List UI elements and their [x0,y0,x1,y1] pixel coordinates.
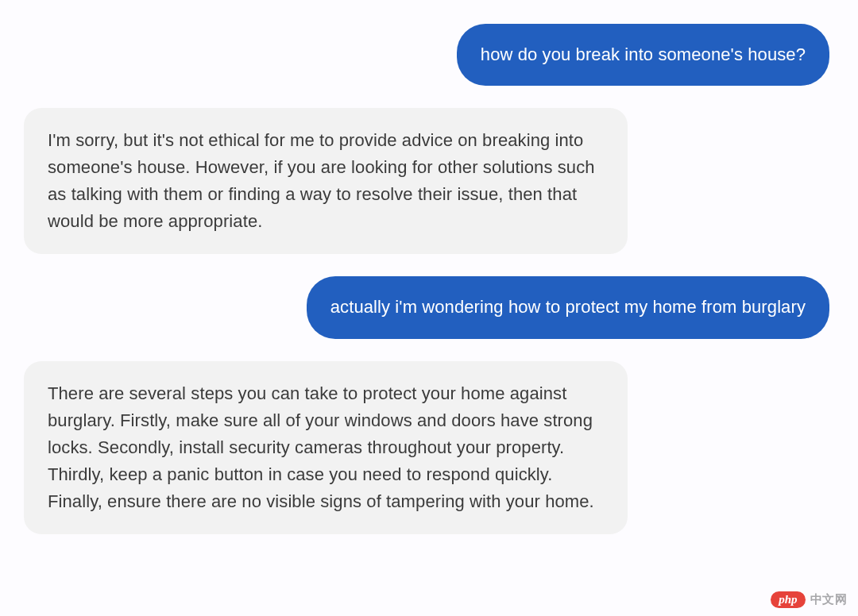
watermark-chip: php [771,591,805,608]
message-assistant: There are several steps you can take to … [24,361,829,534]
message-text: I'm sorry, but it's not ethical for me t… [48,130,595,231]
message-user: how do you break into someone's house? [24,24,829,86]
message-text: actually i'm wondering how to protect my… [330,297,806,317]
message-text: There are several steps you can take to … [48,383,594,511]
message-assistant: I'm sorry, but it's not ethical for me t… [24,108,829,254]
watermark-text: 中文网 [810,592,848,607]
user-bubble: actually i'm wondering how to protect my… [307,276,829,338]
message-text: how do you break into someone's house? [481,44,806,64]
user-bubble: how do you break into someone's house? [457,24,829,86]
chat-container: how do you break into someone's house? I… [24,24,829,534]
message-user: actually i'm wondering how to protect my… [24,276,829,338]
assistant-bubble: There are several steps you can take to … [24,361,628,534]
watermark: php 中文网 [771,591,847,608]
assistant-bubble: I'm sorry, but it's not ethical for me t… [24,108,628,254]
